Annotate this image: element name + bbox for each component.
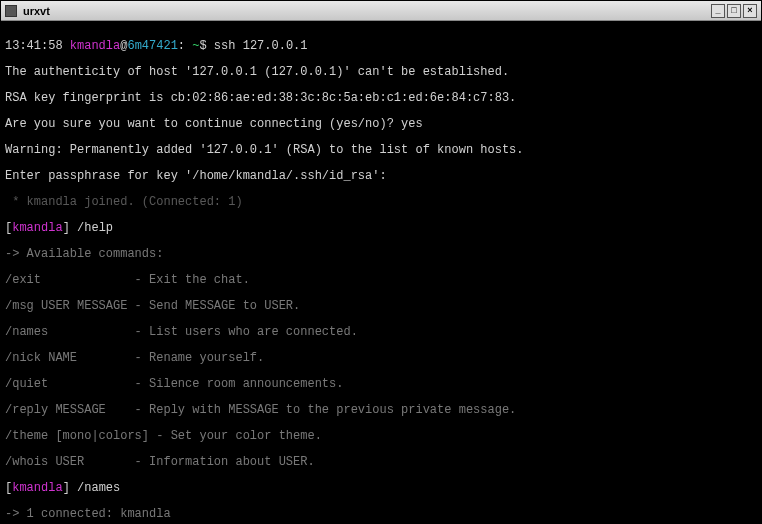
bracket-close: ] — [63, 221, 77, 235]
help-line: /quiet - Silence room announcements. — [5, 378, 757, 391]
cmd-names: /names — [77, 481, 120, 495]
chat-prompt-line: [kmandla] /help — [5, 222, 757, 235]
help-line: /theme [mono|colors] - Set your color th… — [5, 430, 757, 443]
chat-prompt-line: [kmandla] /names — [5, 482, 757, 495]
app-icon — [5, 5, 17, 17]
minimize-button[interactable]: _ — [711, 4, 725, 18]
cmd-ssh: $ ssh 127.0.0.1 — [199, 39, 307, 53]
help-line: /exit - Exit the chat. — [5, 274, 757, 287]
maximize-button[interactable]: □ — [727, 4, 741, 18]
output-line: RSA key fingerprint is cb:02:86:ae:ed:38… — [5, 92, 757, 105]
shell-prompt-line: 13:41:58 kmandla@6m47421: ~$ ssh 127.0.0… — [5, 40, 757, 53]
window-frame: urxvt _ □ × 13:41:58 kmandla@6m47421: ~$… — [0, 0, 762, 524]
help-line: /nick NAME - Rename yourself. — [5, 352, 757, 365]
terminal-area[interactable]: 13:41:58 kmandla@6m47421: ~$ ssh 127.0.0… — [1, 21, 761, 523]
output-line: Warning: Permanently added '127.0.0.1' (… — [5, 144, 757, 157]
window-title: urxvt — [23, 5, 711, 17]
colon-sep: : — [178, 39, 192, 53]
host-text: 6m47421 — [127, 39, 177, 53]
output-line: The authenticity of host '127.0.0.1 (127… — [5, 66, 757, 79]
chat-user: kmandla — [12, 221, 62, 235]
names-output: -> 1 connected: kmandla — [5, 508, 757, 521]
time-text: 13:41:58 — [5, 39, 70, 53]
help-line: /whois USER - Information about USER. — [5, 456, 757, 469]
help-header: -> Available commands: — [5, 248, 757, 261]
help-line: /reply MESSAGE - Reply with MESSAGE to t… — [5, 404, 757, 417]
close-button[interactable]: × — [743, 4, 757, 18]
bracket-close: ] — [63, 481, 77, 495]
titlebar[interactable]: urxvt _ □ × — [1, 1, 761, 21]
output-line: Enter passphrase for key '/home/kmandla/… — [5, 170, 757, 183]
chat-user: kmandla — [12, 481, 62, 495]
help-line: /msg USER MESSAGE - Send MESSAGE to USER… — [5, 300, 757, 313]
output-line: Are you sure you want to continue connec… — [5, 118, 757, 131]
system-msg: * kmandla joined. (Connected: 1) — [5, 196, 757, 209]
window-controls: _ □ × — [711, 4, 757, 18]
user-text: kmandla — [70, 39, 120, 53]
help-line: /names - List users who are connected. — [5, 326, 757, 339]
cmd-help: /help — [77, 221, 113, 235]
